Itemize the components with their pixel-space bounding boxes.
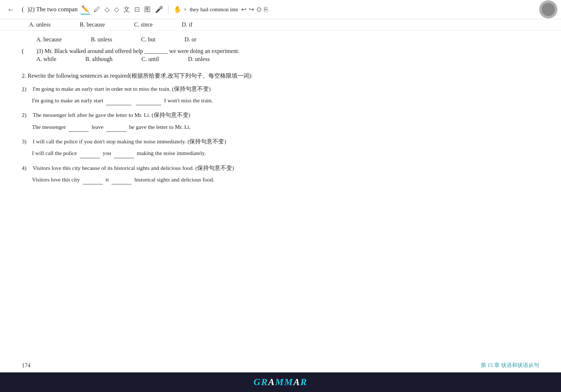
rewrite-ans2-mid1: leave — [92, 124, 103, 130]
q2-option-d: D. or — [184, 36, 196, 43]
rewrite-ans-4: Visitors love this city it historical si… — [22, 175, 539, 184]
item-num-1: 1) — [22, 84, 33, 94]
q2-answers-row: A. because B. unless C. but D. or — [22, 36, 539, 43]
q3-option-d: D. unless — [188, 56, 210, 62]
grammar-title: GRAMMAR — [253, 377, 307, 388]
rewrite-ans2-mid2: he gave the letter to Mr. Li. — [129, 124, 191, 130]
diamond-icon[interactable]: ◇ — [113, 5, 120, 14]
answer-text: they had common inte — [190, 7, 238, 13]
q3-option-c: C. until — [142, 56, 159, 62]
rewrite-ans3-mid2: making the noise immediately. — [137, 150, 206, 156]
answer-preview: > — [184, 7, 187, 13]
item-num-4: 4) — [22, 163, 33, 173]
question-prefix: ( — [22, 6, 24, 13]
blank-4a — [83, 175, 103, 184]
q3-question-row: ( )3) Mr. Black walked around and offere… — [22, 48, 539, 54]
pencil-icon[interactable]: ✏️ — [81, 4, 90, 15]
toolbar: ← ( )2) The two compan ✏️ 🖊 ◇ ◇ 文 ⊡ 图 🎤 … — [0, 0, 561, 19]
page-number: 174 — [22, 362, 31, 369]
rewrite-q3: 3) I will call the police if you don't s… — [22, 137, 539, 146]
q3-block: ( )3) Mr. Black walked around and offere… — [22, 48, 539, 62]
rewrite-q2: 2) The messenger left after he gave the … — [22, 110, 539, 120]
rewrite-q2-text: The messenger left after he gave the let… — [33, 110, 190, 120]
bottom-bar: GRAMMAR — [0, 372, 561, 392]
rewrite-ans2-prefix: The messenger — [32, 124, 66, 130]
blank-1b — [136, 95, 161, 105]
q3-answers-row: A. while B. although C. until D. unless — [22, 56, 539, 62]
rewrite-ans-1: I'm going to make an early start I won't… — [22, 95, 539, 105]
toolbar-right: > they had common inte ↩ ↪ ⊙ ⎘ — [184, 5, 268, 13]
q2-block: A. because B. unless C. but D. or — [22, 36, 539, 43]
back-icon: ← — [7, 5, 15, 14]
copy-icon[interactable]: ⎘ — [264, 6, 268, 13]
camera-button[interactable] — [539, 0, 557, 19]
q2-option-b: B. unless — [91, 36, 112, 43]
rewrite-ans4-mid2: historical sights and delicious food. — [134, 176, 214, 183]
q3-option-a: A. while — [36, 56, 56, 62]
q3-option-b: B. although — [85, 56, 113, 62]
blank-4b — [111, 175, 131, 184]
rewrite-item-2: 2) The messenger left after he gave the … — [22, 110, 539, 132]
image-icon[interactable]: 图 — [143, 4, 151, 15]
blank-2b — [106, 122, 126, 132]
mic-icon[interactable]: 🎤 — [154, 5, 164, 14]
rewrite-q3-text: I will call the police if you don't stop… — [33, 137, 226, 146]
rewrite-ans3-prefix: I will call the police — [32, 150, 77, 156]
text-icon[interactable]: 文 — [123, 4, 131, 15]
selection-icon[interactable]: ⊡ — [134, 5, 141, 14]
q3-paren: ( — [22, 48, 36, 54]
page-footer: 174 第 15 章 状语和状语从句 — [0, 358, 561, 372]
back-button[interactable]: ← — [4, 2, 18, 17]
toolbar-divider — [168, 5, 168, 13]
rewrite-item-3: 3) I will call the police if you don't s… — [22, 137, 539, 158]
blank-3b — [114, 148, 134, 158]
blank-1a — [106, 95, 131, 105]
q1-option-c: C. since — [134, 21, 153, 28]
blank-2a — [69, 122, 89, 132]
rewrite-ans3-mid1: you — [103, 150, 111, 156]
rewrite-q1-text: I'm going to make an early start in orde… — [33, 84, 211, 94]
rewrite-q4-text: Visitors love this city because of its h… — [33, 163, 234, 173]
hand-icon[interactable]: ✋ — [173, 5, 182, 14]
blank-3a — [80, 148, 100, 158]
content-area: A. because B. unless C. but D. or ( )3) … — [0, 30, 561, 355]
item-num-3: 3) — [22, 137, 33, 146]
q1-answers-row: A. unless B. because C. since D. if — [0, 19, 561, 30]
redo-icon[interactable]: ↪ — [249, 5, 254, 13]
q2-option-c: C. but — [141, 36, 155, 43]
rewrite-item-1: 1) I'm going to make an early start in o… — [22, 84, 539, 106]
question-id: )2) The two compan — [28, 6, 78, 13]
camera-inner — [542, 3, 555, 16]
rewrite-item-4: 4) Visitors love this city because of it… — [22, 163, 539, 185]
rewrite-ans-2: The messenger leave he gave the letter t… — [22, 122, 539, 132]
q3-text: )3) Mr. Black walked around and offered … — [36, 48, 539, 54]
nav-icons: ↩ ↪ ⊙ ⎘ — [241, 5, 268, 13]
q2-option-a: A. because — [36, 36, 62, 43]
rewrite-ans-3: I will call the police you making the no… — [22, 148, 539, 158]
rewrite-ans4-prefix: Visitors love this city — [32, 176, 80, 183]
toolbar-icons: ✏️ 🖊 ◇ ◇ 文 ⊡ 图 🎤 ✋ — [81, 4, 182, 15]
q1-option-a: A. unless — [29, 21, 51, 28]
rewrite-ans1-prefix: I'm going to make an early start — [32, 97, 103, 103]
rewrite-ans4-mid1: it — [106, 176, 109, 183]
section2-heading: 2. Rewrite the following sentences as re… — [22, 71, 539, 81]
eraser-icon[interactable]: ◇ — [104, 5, 110, 14]
item-num-2: 2) — [22, 110, 33, 120]
more-icon[interactable]: ⊙ — [256, 5, 262, 13]
undo-icon[interactable]: ↩ — [241, 5, 247, 13]
rewrite-q4: 4) Visitors love this city because of it… — [22, 163, 539, 173]
rewrite-q1: 1) I'm going to make an early start in o… — [22, 84, 539, 94]
rewrite-ans1-suffix: I won't miss the train. — [164, 97, 213, 103]
chapter-label: 第 15 章 状语和状语从句 — [481, 362, 539, 369]
pen-icon[interactable]: 🖊 — [93, 5, 101, 14]
q1-option-b: B. because — [80, 21, 105, 28]
q1-option-d: D. if — [182, 21, 192, 28]
